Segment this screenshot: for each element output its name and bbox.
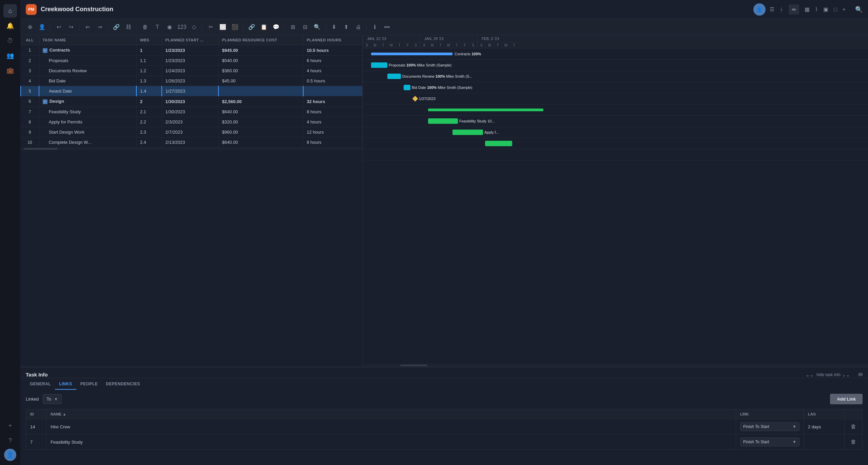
task-name-cell[interactable]: −Contracts [39, 45, 136, 56]
unlink-btn[interactable]: ⛓ [123, 22, 134, 33]
col-link[interactable]: LINK [736, 409, 804, 419]
import-btn[interactable]: ⬆ [341, 22, 351, 33]
table-row[interactable]: 5Award Date1.41/27/2023 [21, 86, 363, 96]
more-btn[interactable]: ••• [382, 22, 392, 33]
link-type-cell[interactable]: Finish To Start ▼ [736, 419, 804, 434]
link-id: 7 [26, 434, 46, 450]
link-btn[interactable]: 🔗 [111, 22, 122, 33]
tab-links[interactable]: LINKS [55, 379, 76, 390]
sidebar-item-add[interactable]: + [3, 419, 17, 432]
hide-task-info-btn[interactable]: hide task info ⌄⌄ [816, 372, 850, 377]
add-link-button[interactable]: Add Link [830, 394, 863, 404]
sidebar-item-notifications[interactable]: 🔔 [3, 19, 17, 33]
task-name-cell[interactable]: Feasibility Study [39, 107, 136, 117]
collapse-icon[interactable]: − [43, 99, 47, 104]
task-name-cell[interactable]: Proposals [39, 56, 136, 66]
paste-btn[interactable]: ⬛ [230, 22, 240, 33]
user-avatar[interactable]: 👤 [753, 3, 766, 16]
info-btn[interactable]: ℹ [369, 22, 380, 33]
sidebar-item-team[interactable]: 👥 [3, 49, 17, 62]
task-name-cell[interactable]: Complete Design W... [39, 137, 136, 148]
redo-btn[interactable]: ↪ [65, 22, 76, 33]
calendar-icon[interactable]: ▣ [823, 6, 828, 13]
col-id[interactable]: ID [26, 409, 46, 419]
add-person-btn[interactable]: 👤 [37, 22, 47, 33]
send-icon[interactable]: ✉ [858, 371, 863, 378]
table-row[interactable]: 7Feasibility Study2.11/30/2023$640.008 h… [21, 107, 363, 117]
task-name-cell[interactable]: Bid Date [39, 76, 136, 86]
delete-link-button[interactable]: 🗑 [849, 437, 858, 447]
link-type-dropdown[interactable]: Finish To Start ▼ [740, 438, 799, 446]
link-delete-cell[interactable]: 🗑 [845, 434, 863, 450]
task-name-cell[interactable]: −Design [39, 96, 136, 107]
linked-to-dropdown[interactable]: To ▼ [43, 394, 62, 404]
cost-cell: $360.00 [218, 66, 303, 76]
sidebar-item-avatar[interactable]: 👤 [4, 449, 16, 461]
gantt-icon[interactable]: ═ [789, 4, 799, 15]
col-lag[interactable]: LAG [804, 409, 845, 419]
table-row[interactable]: 2Proposals1.11/23/2023$540.006 hours [21, 56, 363, 66]
search-icon[interactable]: 🔍 [855, 6, 863, 13]
table-row[interactable]: 1−Contracts11/23/2023$945.0010.5 hours [21, 45, 363, 56]
number-btn[interactable]: 123 [176, 22, 187, 33]
sidebar-item-briefcase[interactable]: 💼 [3, 64, 17, 77]
tab-general[interactable]: GENERAL [26, 379, 55, 390]
add-view-icon[interactable]: + [843, 6, 846, 13]
cut-btn[interactable]: ✂ [205, 22, 216, 33]
link-delete-cell[interactable]: 🗑 [845, 419, 863, 434]
task-name-cell[interactable]: Start Design Work [39, 127, 136, 137]
col-name[interactable]: NAME ▲ [46, 409, 736, 419]
delete-link-button[interactable]: 🗑 [849, 422, 858, 431]
add-task-btn[interactable]: ⊕ [24, 22, 35, 33]
color-btn[interactable]: ◉ [164, 22, 175, 33]
shape-btn[interactable]: ◇ [189, 22, 199, 33]
wbs-cell: 1.3 [136, 76, 162, 86]
start-date-cell: 2/3/2023 [162, 117, 218, 127]
table-icon[interactable]: ▦ [805, 6, 810, 13]
table-row[interactable]: 9Start Design Work2.32/7/2023$960.0012 h… [21, 127, 363, 137]
export-btn[interactable]: ⬇ [328, 22, 339, 33]
sidebar-item-home[interactable]: ⌂ [3, 4, 17, 18]
table-row[interactable]: 6−Design21/30/2023$2,560.0032 hours [21, 96, 363, 107]
comment-btn[interactable]: 💬 [271, 22, 282, 33]
sidebar-item-clock[interactable]: ⏱ [3, 34, 17, 47]
sidebar-item-help[interactable]: ? [3, 434, 17, 447]
col-all[interactable]: ALL [21, 35, 39, 45]
tab-dependencies[interactable]: DEPENDENCIES [102, 379, 144, 390]
chart-icon[interactable]: ⟊ [780, 6, 783, 13]
tab-people[interactable]: PEOPLE [76, 379, 102, 390]
copy-btn[interactable]: ⬜ [217, 22, 228, 33]
hours-cell: 12 hours [303, 127, 363, 137]
col-wbs[interactable]: WBS [136, 35, 162, 45]
collapse-icon[interactable]: − [43, 48, 47, 53]
table-row[interactable]: 8Apply for Permits2.22/3/2023$320.004 ho… [21, 117, 363, 127]
delete-btn[interactable]: 🗑 [140, 22, 151, 33]
link-type-cell[interactable]: Finish To Start ▼ [736, 434, 804, 450]
task-name-cell[interactable]: Award Date [39, 86, 136, 96]
double-chevron-down-icon[interactable]: ⌄⌄ [806, 372, 814, 377]
task-name-cell[interactable]: Apply for Permits [39, 117, 136, 127]
zoom-btn[interactable]: 🔍 [312, 22, 323, 33]
undo-btn[interactable]: ↩ [53, 22, 64, 33]
table-row[interactable]: 4Bid Date1.31/26/2023$45.000.5 hours [21, 76, 363, 86]
text-btn[interactable]: T [152, 22, 163, 33]
table-row[interactable]: 10Complete Design W...2.42/13/2023$640.0… [21, 137, 363, 148]
indent-btn[interactable]: ⇒ [94, 22, 105, 33]
expand-columns-btn[interactable]: ⊞ [287, 22, 298, 33]
doc-icon[interactable]: □ [834, 6, 837, 13]
print-btn[interactable]: 🖨 [353, 22, 364, 33]
link2-btn[interactable]: 🔗 [246, 22, 257, 33]
link-type-value: Finish To Start [743, 440, 769, 444]
col-planned-start[interactable]: PLANNED START ... [162, 35, 218, 45]
report-btn[interactable]: 📋 [258, 22, 269, 33]
link-type-dropdown[interactable]: Finish To Start ▼ [740, 422, 799, 431]
task-name-cell[interactable]: Documents Review [39, 66, 136, 76]
col-planned-hours[interactable]: PLANNED HOURS [303, 35, 363, 45]
col-resource-cost[interactable]: PLANNED RESOURCE COST [218, 35, 303, 45]
timeline-icon[interactable]: ⌇ [815, 6, 818, 13]
col-task-name[interactable]: TASK NAME [39, 35, 136, 45]
table-row[interactable]: 3Documents Review1.21/24/2023$360.004 ho… [21, 66, 363, 76]
outdent-btn[interactable]: ⇐ [82, 22, 93, 33]
list-view-icon[interactable]: ☰ [770, 6, 774, 13]
collapse-columns-btn[interactable]: ⊟ [300, 22, 310, 33]
